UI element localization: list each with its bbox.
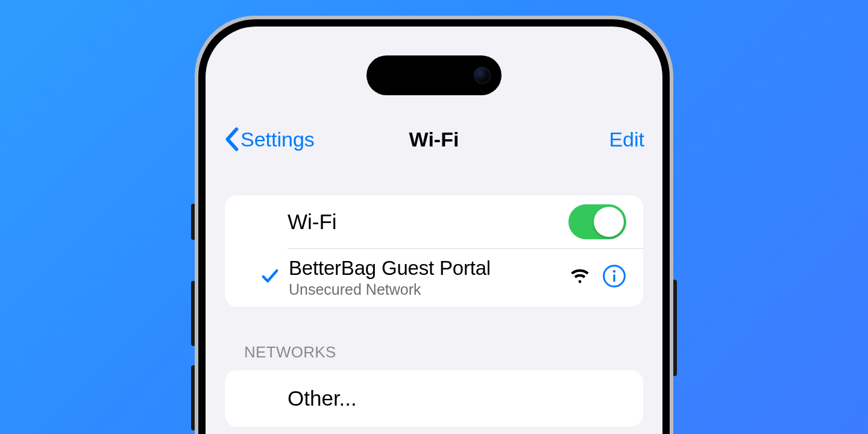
back-label: Settings [241,128,315,151]
networks-group: Other... [225,370,643,427]
wifi-toggle[interactable] [568,204,626,239]
wifi-toggle-label: Wi-Fi [288,210,568,234]
network-subtitle: Unsecured Network [289,281,570,298]
toggle-knob [594,207,624,237]
network-row-icons [570,264,626,291]
wifi-group: Wi-Fi Better [225,195,643,307]
network-text: BetterBag Guest Portal Unsecured Network [289,257,570,298]
wifi-signal-icon [570,268,590,286]
network-name: BetterBag Guest Portal [289,257,570,280]
back-button[interactable]: Settings [224,127,315,151]
nav-bar: Settings Wi-Fi Edit [206,121,662,158]
info-button[interactable] [602,264,626,291]
svg-rect-2 [613,274,615,282]
other-network-label: Other... [288,386,626,410]
connected-network-row[interactable]: BetterBag Guest Portal Unsecured Network [225,248,643,307]
edit-button[interactable]: Edit [609,128,644,151]
phone-frame: Settings Wi-Fi Edit Wi-Fi [195,16,673,434]
content-area: Wi-Fi Better [225,195,643,427]
phone-device: Settings Wi-Fi Edit Wi-Fi [195,16,673,434]
networks-section-header: NETWORKS [244,343,643,362]
wifi-toggle-row: Wi-Fi [225,195,643,248]
svg-point-1 [613,271,616,274]
phone-bezel: Settings Wi-Fi Edit Wi-Fi [198,19,670,434]
other-network-row[interactable]: Other... [225,370,643,427]
dynamic-island [366,55,502,95]
camera-lens-icon [474,67,491,84]
chevron-left-icon [224,127,239,151]
checkmark-icon [260,266,280,289]
phone-screen: Settings Wi-Fi Edit Wi-Fi [206,27,662,434]
